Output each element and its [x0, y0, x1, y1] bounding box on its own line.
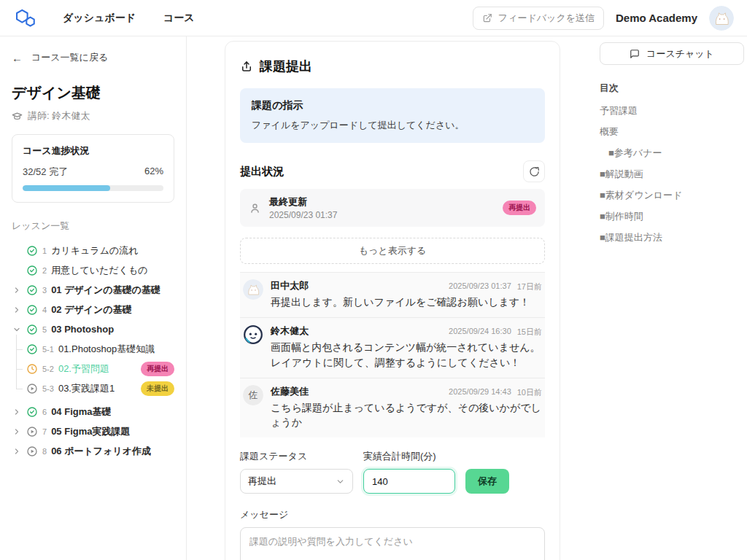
comment-item: 鈴木健太 2025/09/24 16:30 15日前 画面幅と内包されるコンテン…	[240, 317, 545, 378]
message-label: メッセージ	[240, 508, 545, 521]
toc-item-materials[interactable]: ■素材ダウンロード	[600, 185, 744, 206]
brand-logo-icon[interactable]	[13, 8, 38, 28]
comment-relative-time: 17日前	[517, 281, 542, 292]
last-update-time: 2025/09/23 01:37	[269, 210, 495, 220]
lesson-item-3[interactable]: 3 01 デザインの基礎の基礎	[12, 280, 174, 300]
send-feedback-label: フィードバックを送信	[498, 12, 595, 25]
course-title: デザイン基礎	[12, 83, 174, 103]
comment-avatar-initial: 佐	[243, 385, 263, 405]
toc-item-submission-method[interactable]: ■課題提出方法	[600, 228, 744, 249]
comment-avatar-cat	[243, 279, 263, 300]
nav-item-dashboard[interactable]: ダッシュボード	[63, 12, 136, 25]
instructor-row: 講師: 鈴木健太	[12, 109, 174, 122]
submission-status-title: 提出状況	[240, 165, 284, 179]
lesson-item-6[interactable]: 6 04 Figma基礎	[12, 402, 174, 421]
send-feedback-button[interactable]: フィードバックを送信	[473, 7, 604, 30]
total-time-input[interactable]	[363, 469, 455, 494]
person-icon	[249, 202, 261, 214]
comment-timestamp: 2025/09/24 16:30	[449, 327, 511, 338]
chevron-right-icon[interactable]	[12, 446, 22, 456]
play-circle-icon	[26, 426, 38, 438]
main-area: 課題提出 課題の指示 ファイルをアップロードして提出してください。 提出状況	[187, 36, 592, 560]
chat-bubble-icon	[630, 49, 640, 59]
toc-item-production-time[interactable]: ■制作時間	[600, 206, 744, 228]
chevron-right-icon[interactable]	[12, 305, 22, 315]
chevron-down-icon[interactable]	[12, 324, 22, 335]
lesson-item-5-2-active[interactable]: 5-2 02.予習問題 再提出	[12, 359, 174, 378]
comment-author: 佐藤美佳	[271, 385, 309, 398]
check-circle-icon	[26, 265, 38, 276]
check-circle-icon	[26, 284, 38, 296]
course-chat-button[interactable]: コースチャット	[600, 42, 744, 65]
comment-avatar-face	[243, 324, 263, 345]
account-name: Demo Academy	[616, 12, 697, 24]
toc-item-prep[interactable]: 予習課題	[600, 101, 744, 122]
graduation-cap-icon	[12, 111, 23, 122]
status-badge-not-submitted: 未提出	[141, 381, 174, 396]
progress-card-title: コース進捗状況	[23, 144, 163, 158]
submission-status-header: 提出状況	[240, 160, 545, 182]
lesson-item-2[interactable]: 2 用意していただくもの	[12, 260, 174, 280]
check-circle-icon	[26, 406, 38, 418]
progress-completed-label: 32/52 完了	[23, 166, 68, 179]
upload-icon	[240, 60, 253, 73]
show-more-button[interactable]: もっと表示する	[240, 238, 545, 264]
comment-body: こちら課題が止まっているようですが、その後いかがでしょうか	[271, 400, 542, 430]
back-arrow-icon: ←	[12, 52, 23, 64]
lesson-item-5-3[interactable]: 5-3 03.実践課題1 未提出	[12, 378, 174, 398]
top-navbar: ダッシュボード コース フィードバックを送信 Demo Academy	[0, 0, 747, 36]
lesson-item-7[interactable]: 7 05 Figma実践課題	[12, 421, 174, 441]
instructions-body: ファイルをアップロードして提出してください。	[252, 119, 533, 132]
progress-bar-track	[23, 185, 163, 191]
lesson-item-8[interactable]: 8 06 ポートフォリオ作成	[12, 441, 174, 461]
lesson-item-5-1[interactable]: 5-1 01.Photoshop基礎知識	[12, 339, 174, 359]
back-to-courses-label: コース一覧に戻る	[31, 51, 108, 64]
user-avatar[interactable]	[709, 6, 734, 31]
chevron-right-icon[interactable]	[12, 407, 22, 417]
toc-sidebar: コースチャット 目次 予習課題 概要 ■参考バナー ■解説動画 ■素材ダウンロー…	[592, 36, 747, 560]
progress-percent-label: 62%	[144, 166, 163, 179]
assignment-title: 課題提出	[260, 58, 312, 75]
status-select-label: 課題ステータス	[240, 450, 353, 463]
lesson-item-5[interactable]: 5 03 Photoshop	[12, 319, 174, 339]
toc-item-video[interactable]: ■解説動画	[600, 164, 744, 185]
course-progress-card: コース進捗状況 32/52 完了 62%	[12, 134, 174, 203]
back-to-courses-link[interactable]: ← コース一覧に戻る	[12, 51, 174, 64]
lessons-list: 1 カリキュラムの流れ 2 用意していただくもの 3 01 デザインの基	[12, 241, 174, 461]
chevron-right-icon[interactable]	[12, 285, 22, 295]
toc-header: 目次	[600, 82, 744, 95]
assignment-title-row: 課題提出	[240, 58, 545, 75]
course-chat-label: コースチャット	[646, 47, 714, 61]
save-button[interactable]: 保存	[465, 469, 509, 494]
main-nav: ダッシュボード コース	[63, 12, 195, 25]
refresh-button[interactable]	[523, 160, 545, 182]
toc-item-overview[interactable]: 概要	[600, 122, 744, 143]
comments-list: 田中太郎 2025/09/23 01:37 17日前 再提出します。新しいファイ…	[240, 272, 545, 438]
navbar-right: フィードバックを送信 Demo Academy	[473, 6, 734, 31]
status-select-value: 再提出	[248, 475, 276, 488]
nav-item-courses[interactable]: コース	[163, 12, 195, 25]
comment-body: 画面幅と内包されるコンテンツ幅が統一されていません。レイアウトに関して、調整する…	[271, 340, 542, 370]
assignment-form-row: 課題ステータス 再提出 実績合計時間(分) 保存	[240, 450, 545, 494]
message-textarea[interactable]	[240, 527, 545, 560]
comment-relative-time: 10日前	[517, 387, 542, 398]
instructions-heading: 課題の指示	[252, 99, 533, 112]
comment-relative-time: 15日前	[517, 327, 542, 338]
toc-item-reference-banner[interactable]: ■参考バナー	[600, 143, 744, 164]
lesson-item-4[interactable]: 4 02 デザインの基礎	[12, 300, 174, 319]
status-badge-resubmit: 再提出	[141, 362, 174, 376]
lesson-item-1[interactable]: 1 カリキュラムの流れ	[12, 241, 174, 260]
check-circle-icon	[26, 245, 38, 257]
lesson-5-sublist: 5-1 01.Photoshop基礎知識 5-2 02.予習問題 再提出	[12, 339, 174, 398]
assignment-instructions-box: 課題の指示 ファイルをアップロードして提出してください。	[240, 88, 545, 143]
instructor-label: 講師: 鈴木健太	[28, 109, 90, 122]
progress-fill	[23, 185, 110, 191]
check-circle-icon	[26, 304, 38, 316]
comment-author: 鈴木健太	[271, 324, 309, 338]
chevron-down-icon	[336, 477, 345, 486]
play-circle-icon	[26, 383, 38, 394]
status-select[interactable]: 再提出	[240, 469, 353, 494]
course-sidebar: ← コース一覧に戻る デザイン基礎 講師: 鈴木健太 コース進捗状況 32/52…	[0, 36, 187, 560]
comment-timestamp: 2025/09/29 14:43	[449, 387, 511, 398]
chevron-right-icon[interactable]	[12, 427, 22, 437]
